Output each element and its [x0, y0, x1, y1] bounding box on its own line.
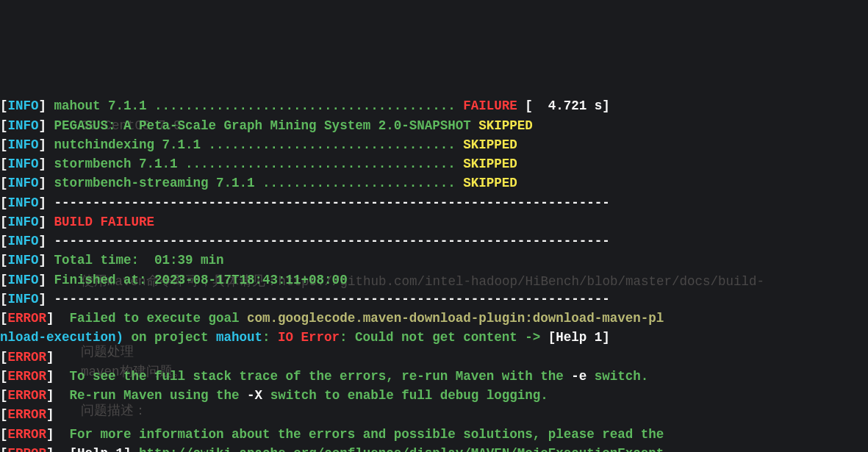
log-text: SKIPPED [463, 137, 517, 152]
log-text: mahout [216, 330, 262, 345]
log-level: ERROR [8, 388, 47, 403]
bracket: ] [46, 369, 54, 384]
log-line: [ERROR] Failed to execute goal com.googl… [0, 309, 868, 328]
log-level: INFO [8, 118, 39, 133]
log-level: INFO [8, 176, 39, 190]
bracket: [ [0, 350, 8, 365]
bracket: [ [0, 157, 8, 171]
bracket: ] [39, 118, 47, 133]
log-text: For more information about the errors an… [62, 427, 664, 442]
bracket: [ [0, 176, 8, 190]
log-level: INFO [8, 195, 39, 210]
log-line: [ERROR] [0, 405, 868, 424]
log-text: To see the full stack trace of the error… [62, 369, 571, 384]
bracket: ] [46, 311, 54, 326]
bracket: [ [0, 427, 8, 442]
log-level: ERROR [8, 369, 47, 384]
bracket: [ [0, 253, 8, 268]
log-line: [INFO] stormbench-streaming 7.1.1 ......… [0, 173, 868, 193]
log-text: Finished at: 2023-08-17T18:43:11+08:00 [54, 273, 348, 287]
bracket: [ [0, 292, 8, 306]
log-level: INFO [8, 137, 39, 152]
bracket: [ [0, 98, 8, 113]
bracket: ] [39, 292, 47, 306]
bracket: ] [39, 215, 47, 229]
log-text: FAILURE [463, 98, 517, 113]
log-line: [INFO] nutchindexing 7.1.1 .............… [0, 135, 868, 154]
log-text: Re-run Maven using the [62, 388, 247, 403]
log-text: BUILD FAILURE [54, 215, 155, 229]
log-line: nload-execution) on project mahout: IO E… [0, 328, 868, 347]
log-text: SKIPPED [463, 157, 517, 171]
log-text: switch. [587, 369, 648, 384]
log-text: nutchindexing 7.1.1 ....................… [54, 137, 464, 152]
log-level: ERROR [8, 311, 47, 326]
bracket: ] [39, 273, 47, 287]
bracket: ] [46, 427, 54, 442]
bracket: [ [0, 369, 8, 384]
bracket: ] [46, 388, 54, 403]
log-text: stormbench-streaming 7.1.1 .............… [54, 176, 464, 190]
bracket: [ [0, 273, 8, 287]
bracket: [ [0, 118, 8, 133]
log-text: -X [247, 388, 262, 403]
log-level: INFO [8, 292, 39, 306]
log-level: INFO [8, 98, 39, 113]
log-text: Total time: 01:39 min [54, 253, 224, 268]
bracket: ] [39, 234, 47, 248]
bracket: ] [39, 176, 47, 190]
log-text: nload-execution) [0, 330, 123, 345]
log-level: ERROR [8, 407, 47, 422]
log-text: IO Error [278, 330, 340, 345]
log-text: stormbench 7.1.1 .......................… [54, 157, 464, 171]
log-text: [Help 1] [548, 330, 610, 345]
bracket: ] [46, 446, 54, 452]
bracket: [ [0, 195, 8, 210]
log-line: [ERROR] [Help 1] http://cwiki.apache.org… [0, 444, 868, 452]
log-text: [Help 1] [70, 446, 132, 452]
log-text: ----------------------------------------… [54, 292, 610, 306]
log-level: INFO [8, 273, 39, 287]
log-line: [INFO] ---------------------------------… [0, 232, 868, 251]
log-text: mahout 7.1.1 ...........................… [54, 98, 464, 113]
log-level: ERROR [8, 350, 47, 365]
log-line: [ERROR] Re-run Maven using the -X switch… [0, 386, 868, 405]
log-text: Failed to execute goal [62, 311, 247, 326]
log-text: on project [123, 330, 216, 345]
log-line: [INFO] BUILD FAILURE [0, 212, 868, 232]
bracket: ] [39, 98, 47, 113]
log-text: ----------------------------------------… [54, 234, 610, 248]
log-line: [INFO] mahout 7.1.1 ....................… [0, 96, 868, 115]
bracket: ] [39, 195, 47, 210]
log-text: switch to enable full debug logging. [262, 388, 548, 403]
log-text [62, 446, 70, 452]
bracket: [ [0, 388, 8, 403]
log-line: [INFO] ---------------------------------… [0, 290, 868, 309]
bracket: ] [39, 253, 47, 268]
log-line: [INFO] Total time: 01:39 min [0, 251, 868, 270]
bracket: [ [0, 137, 8, 152]
log-text: com.googlecode.maven-download-plugin:dow… [247, 311, 664, 326]
log-text: : Could not get content -> [340, 330, 548, 345]
log-text: ----------------------------------------… [54, 195, 610, 210]
bracket: [ [0, 407, 8, 422]
bracket: ] [39, 137, 47, 152]
log-level: INFO [8, 234, 39, 248]
log-line: [INFO] Finished at: 2023-08-17T18:43:11+… [0, 270, 868, 290]
log-line: [INFO] PEGASUS: A Peta-Scale Graph Minin… [0, 116, 868, 135]
log-level: ERROR [8, 427, 47, 442]
bracket: ] [46, 350, 54, 365]
bracket: [ [0, 311, 8, 326]
bracket: [ [0, 446, 8, 452]
log-text: -e [571, 369, 587, 384]
bracket: ] [39, 157, 47, 171]
log-line: [INFO] ---------------------------------… [0, 193, 868, 212]
bracket: [ [0, 234, 8, 248]
log-line: [INFO] stormbench 7.1.1 ................… [0, 154, 868, 173]
log-text: : [262, 330, 278, 345]
log-text: http://cwiki.apache.org/confluence/displ… [132, 446, 664, 452]
log-line: [ERROR] [0, 348, 868, 367]
log-level: INFO [8, 253, 39, 268]
terminal-output: [INFO] mahout 7.1.1 ....................… [0, 96, 868, 452]
log-text: PEGASUS: A Peta-Scale Graph Mining Syste… [54, 118, 479, 133]
